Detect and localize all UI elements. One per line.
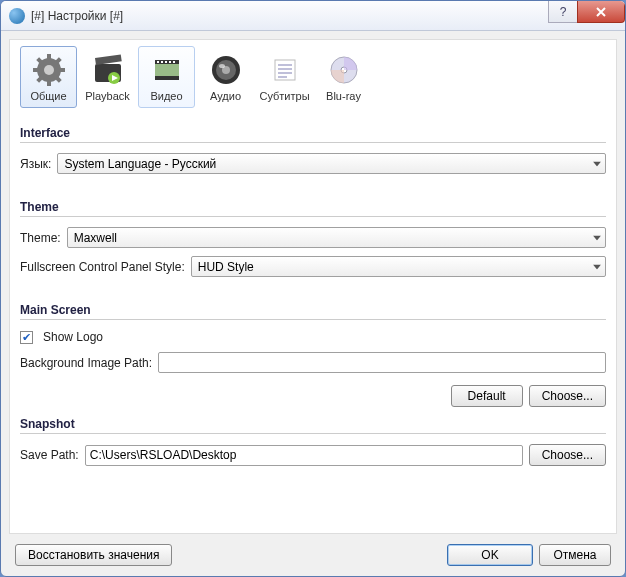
ok-button[interactable]: OK — [447, 544, 533, 566]
svg-point-2 — [44, 65, 54, 75]
restore-label: Восстановить значения — [28, 548, 159, 562]
section-interface-title: Interface — [20, 126, 606, 140]
svg-rect-12 — [95, 54, 122, 65]
svg-rect-16 — [155, 76, 179, 80]
svg-rect-3 — [47, 54, 51, 60]
svg-point-25 — [219, 64, 225, 68]
help-button[interactable]: ? — [548, 1, 578, 23]
default-button[interactable]: Default — [451, 385, 523, 407]
choose-bg-button[interactable]: Choose... — [529, 385, 606, 407]
tab-video[interactable]: Видео — [138, 46, 195, 108]
language-label: Язык: — [20, 157, 51, 171]
tab-label: Общие — [30, 90, 66, 102]
theme-select[interactable]: Maxwell — [67, 227, 606, 248]
choose-button-label: Choose... — [542, 389, 593, 403]
tab-label: Аудио — [210, 90, 241, 102]
footer: Восстановить значения OK Отмена — [1, 534, 625, 576]
svg-rect-6 — [59, 68, 65, 72]
category-toolbar: Общие Playback Видео Аудио — [20, 46, 606, 108]
app-icon — [9, 8, 25, 24]
film-icon — [150, 53, 184, 87]
cancel-button[interactable]: Отмена — [539, 544, 611, 566]
savepath-input[interactable] — [85, 445, 523, 466]
tab-label: Playback — [85, 90, 130, 102]
savepath-label: Save Path: — [20, 448, 79, 462]
bgpath-input[interactable] — [158, 352, 606, 373]
theme-label: Theme: — [20, 231, 61, 245]
chevron-down-icon — [593, 235, 601, 240]
svg-rect-4 — [47, 80, 51, 86]
section-mainscreen-title: Main Screen — [20, 303, 606, 317]
settings-window: [#] Настройки [#] ? Общие Playback — [0, 0, 626, 577]
fcps-value: HUD Style — [198, 260, 254, 274]
subtitle-icon — [268, 53, 302, 87]
tab-label: Видео — [150, 90, 182, 102]
divider — [20, 142, 606, 143]
restore-defaults-button[interactable]: Восстановить значения — [15, 544, 172, 566]
divider — [20, 433, 606, 434]
disc-icon — [327, 53, 361, 87]
bgpath-label: Background Image Path: — [20, 356, 152, 370]
chevron-down-icon — [593, 161, 601, 166]
section-snapshot-title: Snapshot — [20, 417, 606, 431]
svg-rect-18 — [161, 61, 163, 63]
tab-playback[interactable]: Playback — [79, 46, 136, 108]
tab-bluray[interactable]: Blu-ray — [315, 46, 372, 108]
tab-label: Blu-ray — [326, 90, 361, 102]
speaker-icon — [209, 53, 243, 87]
gear-icon — [32, 53, 66, 87]
choose-savepath-button[interactable]: Choose... — [529, 444, 606, 466]
window-title: [#] Настройки [#] — [31, 9, 549, 23]
close-button[interactable] — [577, 1, 625, 23]
choose-button-label: Choose... — [542, 448, 593, 462]
divider — [20, 319, 606, 320]
ok-label: OK — [481, 548, 498, 562]
fcps-label: Fullscreen Control Panel Style: — [20, 260, 185, 274]
close-icon — [595, 6, 607, 18]
fcps-select[interactable]: HUD Style — [191, 256, 606, 277]
language-value: System Language - Русский — [64, 157, 216, 171]
svg-text:?: ? — [560, 6, 567, 18]
default-button-label: Default — [468, 389, 506, 403]
svg-rect-20 — [169, 61, 171, 63]
titlebar: [#] Настройки [#] ? — [1, 1, 625, 31]
cancel-label: Отмена — [553, 548, 596, 562]
theme-value: Maxwell — [74, 231, 117, 245]
tab-general[interactable]: Общие — [20, 46, 77, 108]
titlebar-buttons: ? — [549, 1, 625, 30]
divider — [20, 216, 606, 217]
clapper-icon — [91, 53, 125, 87]
chevron-down-icon — [593, 264, 601, 269]
svg-rect-19 — [165, 61, 167, 63]
check-icon: ✔ — [22, 332, 31, 343]
tab-audio[interactable]: Аудио — [197, 46, 254, 108]
tab-label: Субтитры — [259, 90, 309, 102]
content-area: Общие Playback Видео Аудио — [9, 39, 617, 534]
show-logo-label: Show Logo — [43, 330, 103, 344]
section-theme-title: Theme — [20, 200, 606, 214]
svg-rect-17 — [157, 61, 159, 63]
svg-rect-5 — [33, 68, 39, 72]
tab-subtitles[interactable]: Субтитры — [256, 46, 313, 108]
help-icon: ? — [557, 6, 569, 18]
svg-rect-21 — [173, 61, 175, 63]
language-select[interactable]: System Language - Русский — [57, 153, 606, 174]
show-logo-checkbox[interactable]: ✔ — [20, 331, 33, 344]
